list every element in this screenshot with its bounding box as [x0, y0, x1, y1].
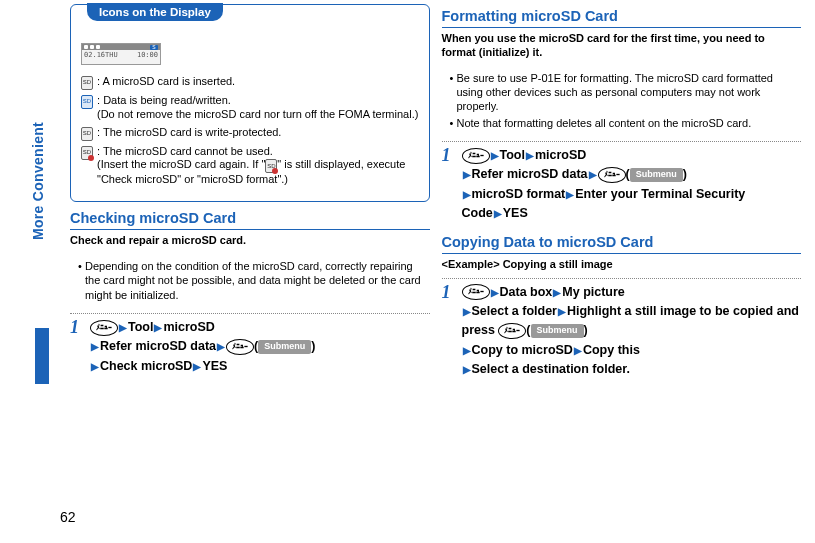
left-column: Icons on the Display S 02.16THU10:00 SD … — [70, 4, 430, 380]
box-title: Icons on the Display — [87, 3, 223, 21]
arrow-icon: ▶ — [91, 361, 99, 372]
section-title: Copying Data to microSD Card — [442, 234, 802, 254]
arrow-icon: ▶ — [154, 322, 162, 333]
arrow-icon: ▶ — [491, 287, 499, 298]
arrow-icon: ▶ — [91, 341, 99, 352]
arrow-icon: ▶ — [574, 345, 582, 356]
menu-button-icon: ﾒﾆｭｰ — [462, 148, 490, 164]
right-column: Formatting microSD Card When you use the… — [442, 4, 802, 380]
step: 1 ﾒﾆｭｰ▶Tool▶microSD ▶Refer microSD data▶… — [442, 146, 802, 224]
icon-desc: A microSD card is inserted. — [103, 75, 236, 87]
arrow-icon: ▶ — [526, 150, 534, 161]
arrow-icon: ▶ — [491, 150, 499, 161]
arrow-icon: ▶ — [463, 306, 471, 317]
bullet: Be sure to use P-01E for formatting. The… — [450, 71, 802, 114]
arrow-icon: ▶ — [119, 322, 127, 333]
icon-desc: The microSD card cannot be used. — [103, 145, 273, 157]
step-body: ﾒﾆｭｰ▶Tool▶microSD ▶Refer microSD data▶ﾒﾆ… — [90, 318, 315, 376]
page-number: 62 — [60, 509, 76, 525]
icon-desc: Data is being read/written. — [103, 94, 231, 106]
icons-on-display-box: Icons on the Display S 02.16THU10:00 SD … — [70, 4, 430, 202]
bullet-list: Depending on the condition of the microS… — [70, 259, 430, 302]
submenu-badge: Submenu — [531, 324, 584, 338]
sd-icon: SD — [81, 146, 93, 160]
arrow-icon: ▶ — [494, 208, 502, 219]
section-title: Checking microSD Card — [70, 210, 430, 230]
menu-button-icon: ﾒﾆｭｰ — [598, 167, 626, 183]
step: 1 ﾒﾆｭｰ▶Tool▶microSD ▶Refer microSD data▶… — [70, 318, 430, 376]
arrow-icon: ▶ — [463, 345, 471, 356]
section-lead: Check and repair a microSD card. — [70, 234, 430, 248]
bullet: Note that formatting deletes all content… — [450, 116, 802, 130]
divider — [70, 313, 430, 314]
step: 1 ﾒﾆｭｰ▶Data box▶My picture ▶Select a fol… — [442, 283, 802, 380]
step-number: 1 — [442, 283, 456, 301]
step-number: 1 — [442, 146, 456, 164]
icon-desc: The microSD card is write-protected. — [103, 126, 282, 138]
menu-button-icon: ﾒﾆｭｰ — [226, 339, 254, 355]
step-body: ﾒﾆｭｰ▶Data box▶My picture ▶Select a folde… — [462, 283, 802, 380]
arrow-icon: ▶ — [463, 189, 471, 200]
side-tab-mark — [35, 328, 49, 384]
sd-icon: SD — [81, 76, 93, 90]
arrow-icon: ▶ — [217, 341, 225, 352]
lcd-mock: S 02.16THU10:00 — [81, 43, 161, 65]
submenu-badge: Submenu — [630, 168, 683, 182]
arrow-icon: ▶ — [463, 364, 471, 375]
arrow-icon: ▶ — [566, 189, 574, 200]
icon-list: SD : A microSD card is inserted. SD : Da… — [81, 75, 419, 187]
bullet: Depending on the condition of the microS… — [78, 259, 430, 302]
arrow-icon: ▶ — [589, 169, 597, 180]
step-number: 1 — [70, 318, 84, 336]
menu-button-icon: ﾒﾆｭｰ — [498, 323, 526, 339]
menu-button-icon: ﾒﾆｭｰ — [90, 320, 118, 336]
submenu-badge: Submenu — [258, 340, 311, 354]
arrow-icon: ▶ — [558, 306, 566, 317]
divider — [442, 278, 802, 279]
arrow-icon: ▶ — [193, 361, 201, 372]
step-body: ﾒﾆｭｰ▶Tool▶microSD ▶Refer microSD data▶ﾒﾆ… — [462, 146, 802, 224]
sd-icon-inline: SD — [265, 159, 277, 173]
menu-button-icon: ﾒﾆｭｰ — [462, 284, 490, 300]
icon-note: (Do not remove the microSD card nor turn… — [97, 108, 418, 120]
bullet-list: Be sure to use P-01E for formatting. The… — [442, 71, 802, 130]
arrow-icon: ▶ — [553, 287, 561, 298]
section-title: Formatting microSD Card — [442, 8, 802, 28]
side-tab-label: More Convenient — [30, 122, 46, 240]
sd-icon: SD — [81, 127, 93, 141]
divider — [442, 141, 802, 142]
section-lead: When you use the microSD card for the fi… — [442, 32, 802, 60]
sd-icon: SD — [81, 95, 93, 109]
section-lead: <Example> Copying a still image — [442, 258, 802, 272]
arrow-icon: ▶ — [463, 169, 471, 180]
